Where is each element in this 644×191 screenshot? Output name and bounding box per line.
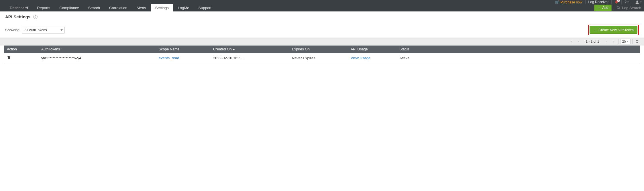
help-icon[interactable]: ?	[33, 15, 38, 19]
main-nav: Dashboard Reports Compliance Search Corr…	[0, 4, 644, 11]
pager-last[interactable]: »	[611, 39, 616, 44]
refresh-icon	[635, 40, 639, 44]
divider	[614, 5, 614, 10]
svg-point-0	[636, 1, 638, 2]
cell-expires: Never Expires	[289, 53, 348, 63]
col-usage[interactable]: API Usage	[348, 46, 396, 53]
purchase-now-label: Purchase now	[561, 0, 582, 4]
create-authtoken-button[interactable]: ＋ Create New AuthToken	[590, 26, 637, 34]
page-size-value: 25	[622, 40, 626, 44]
divider	[611, 0, 612, 4]
nav-tab-correlation[interactable]: Correlation	[105, 4, 132, 11]
topbar: 🛒Purchase now Log Receiver 5 ? ▾ ▾	[0, 0, 644, 4]
col-status[interactable]: Status	[396, 46, 640, 53]
pager-range: 1 - 1 of 1	[583, 40, 601, 44]
page-header: API Settings ?	[0, 11, 644, 22]
authtoken-filter-value: All AuthTokens	[24, 28, 47, 32]
table-header-row: Action AuthTokens Scope Name Created On …	[4, 46, 640, 53]
col-expires[interactable]: Expires On	[289, 46, 348, 53]
divider	[618, 39, 619, 44]
create-authtoken-label: Create New AuthToken	[598, 28, 634, 32]
col-created[interactable]: Created On	[210, 46, 289, 53]
trash-icon	[7, 55, 11, 60]
sort-desc-icon	[233, 49, 235, 50]
plus-icon: ＋	[593, 27, 597, 32]
scope-link[interactable]: events_read	[159, 56, 179, 60]
log-search-placeholder: Log Search	[622, 6, 641, 10]
page-title: API Settings	[5, 14, 30, 19]
divider	[632, 0, 632, 4]
search-icon	[616, 6, 621, 10]
nav-tab-alerts[interactable]: Alerts	[132, 4, 151, 11]
pagination-bar: « ‹ 1 - 1 of 1 › » 25 ▾	[0, 38, 644, 46]
col-scope[interactable]: Scope Name	[156, 46, 210, 53]
pager-first[interactable]: «	[568, 39, 574, 44]
nav-tab-compliance[interactable]: Compliance	[55, 4, 84, 11]
col-action[interactable]: Action	[4, 46, 38, 53]
refresh-button[interactable]	[634, 39, 640, 44]
nav-right: ＋ Add Log Search	[594, 5, 644, 11]
nav-tab-settings[interactable]: Settings	[151, 4, 173, 11]
chevron-down-icon: ▾	[640, 1, 642, 3]
user-icon	[635, 0, 639, 4]
add-button[interactable]: ＋ Add	[594, 5, 611, 11]
delete-token-button[interactable]	[7, 55, 11, 60]
chevron-down-icon: ▾	[627, 1, 629, 3]
nav-tab-support[interactable]: Support	[194, 4, 216, 11]
nav-tab-logme[interactable]: LogMe	[173, 4, 194, 11]
col-authtokens[interactable]: AuthTokens	[38, 46, 156, 53]
user-menu[interactable]: ▾	[635, 0, 642, 4]
page-size-select[interactable]: 25 ▾	[620, 39, 631, 44]
help-menu[interactable]: ? ▾	[625, 0, 629, 4]
cart-icon: 🛒	[555, 0, 559, 4]
filter-row: Showing All AuthTokens ＋ Create New Auth…	[0, 22, 644, 38]
nav-tabs: Dashboard Reports Compliance Search Corr…	[5, 4, 216, 11]
nav-tab-reports[interactable]: Reports	[33, 4, 55, 11]
cell-token: yta2****************mwy4	[38, 53, 156, 63]
plus-icon: ＋	[597, 5, 601, 10]
showing-label: Showing	[5, 28, 19, 32]
authtoken-table: Action AuthTokens Scope Name Created On …	[4, 46, 640, 63]
create-token-highlight: ＋ Create New AuthToken	[588, 25, 639, 35]
col-created-label: Created On	[213, 47, 232, 51]
authtoken-filter-select[interactable]: All AuthTokens	[22, 27, 65, 34]
table-row: yta2****************mwy4 events_read 202…	[4, 53, 640, 63]
chevron-down-icon: ▾	[627, 40, 629, 43]
log-search[interactable]: Log Search	[616, 6, 641, 10]
cell-created: 2022-02-10 16:5...	[210, 53, 289, 63]
cell-status: Active	[396, 53, 640, 63]
notifications-button[interactable]: 5	[614, 0, 619, 4]
log-receiver-link[interactable]: Log Receiver	[588, 0, 609, 4]
filter-left: Showing All AuthTokens	[5, 27, 65, 34]
divider	[585, 0, 586, 4]
divider	[632, 39, 633, 44]
nav-tab-dashboard[interactable]: Dashboard	[5, 4, 33, 11]
nav-tab-search[interactable]: Search	[84, 4, 105, 11]
pager-prev[interactable]: ‹	[576, 39, 582, 44]
add-button-label: Add	[602, 6, 608, 10]
view-usage-link[interactable]: View Usage	[351, 56, 370, 60]
purchase-now-link[interactable]: 🛒Purchase now	[555, 0, 582, 4]
notification-count: 5	[617, 0, 620, 2]
divider	[621, 0, 622, 4]
pager-next[interactable]: ›	[603, 39, 609, 44]
